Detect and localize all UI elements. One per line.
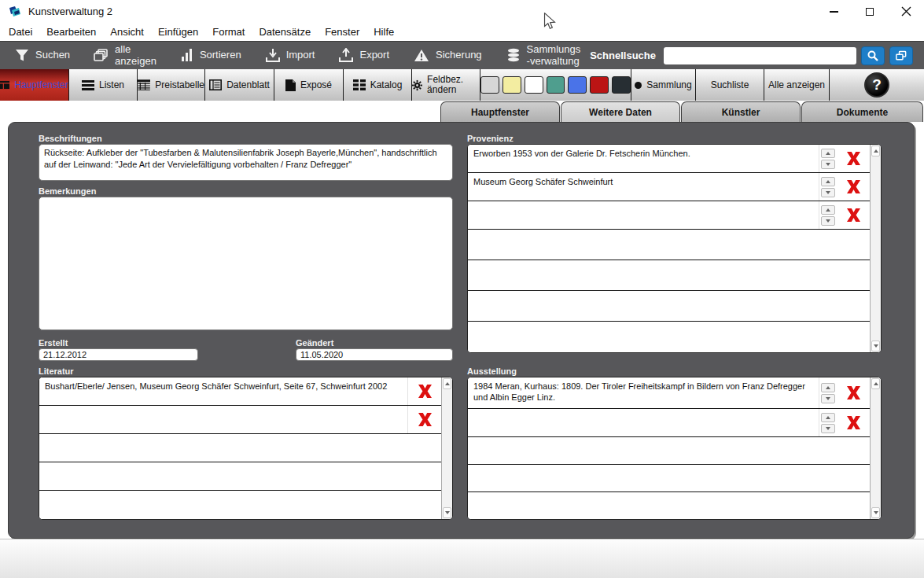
sort-bars-icon — [180, 48, 194, 63]
move-down-button[interactable] — [821, 216, 835, 226]
ausstellung-row[interactable] — [468, 409, 870, 437]
quicksearch-windows-button[interactable] — [889, 46, 913, 65]
ausstellung-row-empty[interactable] — [468, 437, 870, 465]
ausstellung-row-empty[interactable] — [468, 465, 870, 492]
delete-row-button[interactable] — [408, 406, 441, 433]
import-button[interactable]: Import — [265, 48, 315, 63]
window-icon — [0, 79, 9, 90]
bemerkungen-field[interactable] — [39, 197, 453, 330]
move-down-button[interactable] — [821, 160, 835, 169]
provenienz-row-empty[interactable] — [468, 291, 870, 322]
tab-weitere-daten[interactable]: Weitere Daten — [561, 101, 680, 122]
literatur-row-empty[interactable] — [39, 491, 441, 519]
color-swatch-dark[interactable] — [612, 76, 631, 94]
alle-anzeigen-button[interactable]: alle anzeigen — [94, 44, 156, 67]
menu-format[interactable]: Format — [205, 24, 252, 40]
menu-datei[interactable]: Datei — [2, 24, 39, 40]
color-swatch-teal[interactable] — [547, 76, 565, 94]
color-swatch-blue[interactable] — [568, 76, 587, 94]
move-up-button[interactable] — [821, 383, 835, 392]
scroll-down-icon[interactable] — [443, 507, 451, 518]
quicksearch-go-button[interactable] — [861, 46, 885, 65]
delete-x-icon — [846, 416, 861, 429]
ausstellung-row[interactable]: 1984 Meran, Kurhaus: 1809. Der Tiroler F… — [468, 377, 870, 409]
provenienz-row-empty[interactable] — [468, 322, 870, 352]
help-button[interactable]: ? — [864, 72, 889, 98]
menu-bearbeiten[interactable]: Bearbeiten — [39, 24, 103, 40]
color-swatch-gray[interactable] — [480, 76, 499, 94]
filter-icon — [14, 48, 30, 63]
sicherung-button[interactable]: Sicherung — [413, 48, 482, 63]
sortieren-button[interactable]: Sortieren — [180, 48, 241, 63]
menu-datensaetze[interactable]: Datensätze — [252, 24, 318, 40]
delete-row-button[interactable] — [837, 409, 870, 436]
provenienz-row[interactable]: Erworben 1953 von der Galerie Dr. Fetsch… — [468, 145, 870, 173]
delete-row-button[interactable] — [408, 377, 441, 405]
move-down-button[interactable] — [821, 394, 835, 403]
geaendert-label: Geändert — [296, 338, 333, 348]
literatur-row[interactable] — [39, 406, 441, 434]
weitere-daten-panel: Beschriftungen Rückseite: Aufkleber der … — [8, 122, 915, 539]
tab-dokumente[interactable]: Dokumente — [801, 101, 923, 122]
erstellt-field[interactable] — [39, 348, 198, 361]
geaendert-field[interactable] — [296, 348, 453, 361]
ausstellung-row-empty[interactable] — [468, 492, 870, 520]
export-button[interactable]: Export — [338, 48, 389, 63]
menu-fenster[interactable]: Fenster — [318, 24, 366, 40]
preistabelle-view-button[interactable]: Preistabelle — [138, 69, 205, 101]
literatur-scrollbar[interactable] — [441, 377, 452, 519]
quicksearch-input[interactable] — [664, 47, 856, 64]
suchen-button[interactable]: Suchen — [14, 48, 70, 63]
maximize-button[interactable] — [852, 0, 888, 23]
scroll-down-icon[interactable] — [871, 341, 880, 352]
move-up-button[interactable] — [821, 149, 835, 158]
provenienz-scrollbar[interactable] — [870, 145, 881, 352]
datenblatt-view-button[interactable]: Datenblatt — [205, 69, 274, 101]
suchliste-button[interactable]: Suchliste — [696, 69, 764, 101]
katalog-view-button[interactable]: Katalog — [344, 69, 412, 101]
delete-row-button[interactable] — [837, 201, 870, 229]
menu-ansicht[interactable]: Ansicht — [103, 24, 151, 40]
move-down-button[interactable] — [821, 188, 835, 197]
provenienz-row-empty[interactable] — [468, 230, 870, 260]
provenienz-row[interactable] — [468, 201, 870, 230]
beschriftungen-label: Beschriftungen — [39, 134, 102, 143]
beschriftungen-field[interactable]: Rückseite: Aufkleber der "Tubesfarben & … — [39, 144, 453, 181]
sammlung-button[interactable]: Sammlung — [631, 69, 696, 101]
delete-row-button[interactable] — [837, 145, 870, 172]
color-swatch-white[interactable] — [525, 76, 543, 94]
maximize-icon — [866, 8, 874, 16]
move-up-button[interactable] — [821, 413, 835, 422]
tab-hauptfenster[interactable]: Hauptfenster — [440, 101, 560, 122]
move-down-button[interactable] — [821, 424, 835, 433]
expose-view-button[interactable]: Exposé — [274, 69, 344, 101]
close-button[interactable] — [888, 0, 924, 23]
scroll-up-icon[interactable] — [871, 145, 880, 156]
color-swatch-red[interactable] — [590, 76, 609, 94]
sammlungsverwaltung-button[interactable]: Sammlungs -verwaltung — [506, 44, 581, 67]
hauptfenster-view-button[interactable]: Hauptfenster — [0, 69, 69, 101]
alle-anzeigen-view-button[interactable]: Alle anzeigen — [764, 69, 830, 101]
menu-hilfe[interactable]: Hilfe — [366, 24, 401, 40]
minimize-button[interactable] — [815, 0, 852, 23]
move-up-button[interactable] — [821, 205, 835, 215]
scroll-up-icon[interactable] — [443, 378, 451, 389]
feldbez-aendern-button[interactable]: Feldbez. ändern — [412, 69, 480, 101]
menu-einfuegen[interactable]: Einfügen — [151, 24, 205, 40]
tab-kuenstler[interactable]: Künstler — [681, 101, 801, 122]
delete-x-icon — [846, 208, 861, 222]
listen-view-button[interactable]: Listen — [69, 69, 138, 101]
literatur-row-empty[interactable] — [39, 462, 441, 491]
literatur-row[interactable]: Bushart/Eberle/ Jensen, Museum Georg Sch… — [39, 377, 441, 406]
ausstellung-scrollbar[interactable] — [870, 377, 881, 519]
literatur-row-empty[interactable] — [39, 434, 441, 462]
provenienz-row-empty[interactable] — [468, 260, 870, 291]
move-up-button[interactable] — [821, 177, 835, 186]
provenienz-row[interactable]: Museum Georg Schäfer Schweinfurt — [468, 173, 870, 201]
delete-row-button[interactable] — [837, 173, 870, 201]
delete-row-button[interactable] — [837, 377, 870, 408]
scroll-up-icon[interactable] — [871, 378, 880, 389]
scroll-down-icon[interactable] — [871, 507, 880, 518]
row-order-spinner — [819, 201, 837, 229]
color-swatch-yellow[interactable] — [502, 76, 521, 94]
